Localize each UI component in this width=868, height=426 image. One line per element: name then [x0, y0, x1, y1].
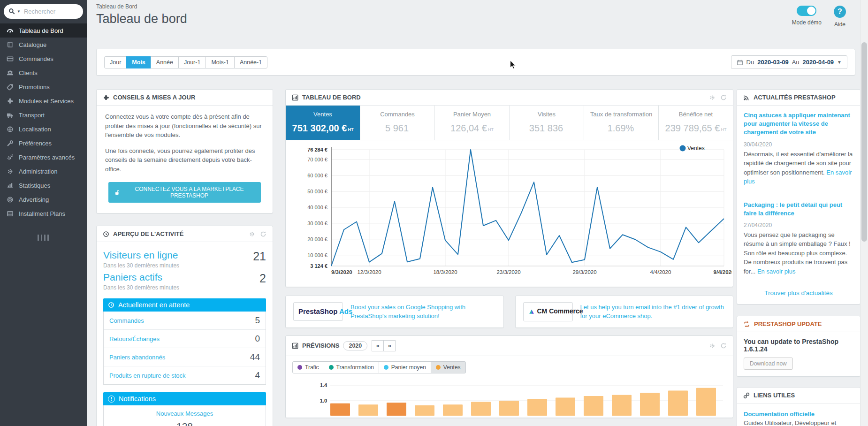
kpi-sales[interactable]: Ventes 751 302,00 €HT: [286, 106, 360, 140]
date-range-picker[interactable]: Du 2020-03-09 Au 2020-04-09 ▼: [731, 55, 847, 69]
search-input[interactable]: [23, 8, 74, 15]
dashboard-panel: TABLEAU DE BORD Ventes 751 302,00 €HT Co…: [285, 89, 733, 287]
out-of-stock-link[interactable]: Produits en rupture de stock: [109, 372, 186, 379]
gear-icon[interactable]: [709, 342, 716, 349]
legend-button-sales[interactable]: Ventes: [431, 361, 466, 373]
abandoned-carts-link[interactable]: Paniers abandonnés: [109, 354, 165, 361]
sidebar-item-customers[interactable]: Clients: [0, 66, 87, 80]
cm-commerce-text[interactable]: Let us help you turn email into the #1 d…: [580, 303, 726, 321]
sidebar-item-label: Promotions: [19, 84, 50, 91]
cm-commerce-banner[interactable]: CM Commerce Let us help you turn email i…: [515, 296, 734, 328]
search-box[interactable]: ▼: [4, 4, 83, 19]
tag-icon: [6, 83, 14, 91]
chart-frame-icon: [292, 342, 298, 349]
advice-paragraph-1: Connectez vous à votre compte dès à prés…: [105, 112, 264, 140]
sales-line-chart: 3 124 €10 000 €20 000 €30 000 €40 000 €5…: [286, 140, 733, 287]
date-from: 2020-03-09: [757, 59, 789, 66]
sidebar-item-label: Catalogue: [19, 41, 46, 48]
read-more-link[interactable]: En savoir plus: [757, 268, 796, 275]
new-messages-link[interactable]: Nouveaux Messages: [107, 410, 262, 417]
useful-links-panel: LIENS UTILES Documentation officielle Gu…: [737, 387, 860, 426]
refresh-icon[interactable]: [260, 231, 266, 237]
sidebar-item-modules[interactable]: Modules et Services: [0, 94, 87, 108]
sidebar-item-orders[interactable]: Commandes: [0, 52, 87, 66]
forecast-prev-button[interactable]: «: [372, 340, 384, 351]
date-prefix: Du: [746, 59, 754, 66]
refresh-icon[interactable]: [720, 342, 727, 349]
gear-icon[interactable]: [249, 231, 255, 237]
rss-icon: [743, 94, 750, 101]
kpi-orders[interactable]: Commandes 5 961: [360, 106, 434, 140]
topbar: Tableau de Bord Tableau de bord Mode dém…: [87, 0, 860, 45]
sidebar-item-stats[interactable]: Statistiques: [0, 178, 87, 192]
svg-text:4/4/2020: 4/4/2020: [650, 269, 671, 275]
more-news-link[interactable]: Trouver plus d'actualités: [737, 282, 860, 304]
cm-commerce-triangle-icon: [528, 308, 535, 314]
sidebar-item-advanced-parameters[interactable]: Paramètres avancés: [0, 150, 87, 164]
sales-dot-icon: [436, 365, 441, 370]
help-icon[interactable]: ?: [834, 6, 846, 18]
news-item: Packaging : le petit détail qui peut fai…: [737, 195, 860, 283]
sidebar-item-shipping[interactable]: Transport: [0, 108, 87, 122]
pending-row: Commandes 5: [104, 312, 266, 330]
kpi-net-profit[interactable]: Bénéfice net 239 789,65 €HT: [658, 106, 733, 140]
gear-icon: [6, 167, 14, 175]
online-visitors-stat: Visiteurs en ligne Dans les 30 dernières…: [103, 250, 266, 269]
news-title-link[interactable]: Packaging : le petit détail qui peut fai…: [744, 201, 853, 218]
forecast-bar-chart: 1.01.4: [286, 375, 733, 418]
sidebar-item-catalogue[interactable]: Catalogue: [0, 38, 87, 52]
search-scope-caret[interactable]: ▼: [17, 9, 21, 14]
sidebar-item-preferences[interactable]: Préférences: [0, 136, 87, 150]
sidebar-item-localization[interactable]: Localisation: [0, 122, 87, 136]
sidebar-item-dashboard[interactable]: Tableau de Bord: [0, 23, 87, 38]
puzzle-icon: [6, 97, 14, 105]
connect-marketplace-button[interactable]: CONNECTEZ VOUS A LA MARKETPLACE PRESTASH…: [108, 182, 261, 203]
demo-mode-toggle[interactable]: [797, 6, 816, 16]
globe-icon: [6, 125, 14, 133]
kpi-conversion-rate[interactable]: Taux de transformation 1.69%: [584, 106, 658, 140]
legend-button-cart-value[interactable]: Panier moyen: [379, 361, 431, 373]
range-button-month-1[interactable]: Mois-1: [206, 56, 235, 68]
range-button-year[interactable]: Année: [151, 56, 179, 68]
online-visitors-link[interactable]: Visiteurs en ligne: [103, 250, 179, 261]
update-loop-icon: [743, 321, 750, 327]
sidebar-item-label: Tableau de Bord: [19, 27, 63, 34]
download-now-button[interactable]: Download now: [744, 358, 793, 370]
kpi-visits[interactable]: Visites 351 836: [509, 106, 584, 140]
sidebar-item-installment-plans[interactable]: Installment Plans: [0, 206, 87, 221]
clock-icon: [103, 231, 109, 237]
left-column: CONSEILS & MISES A JOUR Connectez vous à…: [96, 89, 273, 426]
svg-text:1.0: 1.0: [320, 398, 327, 403]
sidebar-resize-grip[interactable]: [38, 235, 50, 241]
documentation-link[interactable]: Documentation officielle: [744, 411, 853, 418]
svg-text:76 284 €: 76 284 €: [307, 147, 327, 152]
sidebar-item-administration[interactable]: Administration: [0, 164, 87, 178]
pending-row: Produits en rupture de stock 4: [104, 366, 266, 384]
scrollbar-thumb[interactable]: [861, 42, 867, 242]
activity-overview-panel: APERÇU DE L'ACTIVITÉ Visiteurs en ligne …: [96, 226, 273, 426]
prestashop-ads-text[interactable]: Boost your sales on Google Shopping with…: [350, 303, 496, 321]
links-panel-title: LIENS UTILES: [754, 392, 795, 399]
legend-button-traffic[interactable]: Trafic: [292, 361, 324, 373]
svg-text:9/3/2020: 9/3/2020: [331, 269, 352, 275]
scrollbar[interactable]: [860, 0, 868, 426]
active-carts-link[interactable]: Paniers actifs: [103, 272, 179, 283]
legend-button-conversion[interactable]: Transformation: [324, 361, 379, 373]
help-label: Aide: [834, 21, 845, 28]
range-button-year-1[interactable]: Année-1: [234, 56, 267, 68]
forecast-panel-title: PRÉVISIONS: [302, 342, 339, 349]
forecast-next-button[interactable]: »: [383, 340, 396, 351]
range-button-day[interactable]: Jour: [104, 56, 127, 68]
returns-exchanges-link[interactable]: Retours/Échanges: [109, 335, 160, 342]
kpi-cart-value[interactable]: Panier Moyen 126,04 €HT: [434, 106, 509, 140]
news-title-link[interactable]: Cinq astuces à appliquer maintenant pour…: [744, 111, 853, 137]
prestashop-ads-banner[interactable]: PrestaShop Ads Boost your sales on Googl…: [285, 296, 504, 328]
notifications-box: Nouveaux Messages 128: [103, 405, 266, 426]
range-button-month[interactable]: Mois: [126, 56, 151, 68]
refresh-icon[interactable]: [720, 94, 727, 101]
range-button-day-1[interactable]: Jour-1: [178, 56, 206, 68]
sidebar-item-advertising[interactable]: Advertising: [0, 192, 87, 206]
gear-icon[interactable]: [709, 94, 716, 101]
pending-orders-link[interactable]: Commandes: [109, 317, 144, 324]
sidebar-item-promotions[interactable]: Promotions: [0, 80, 87, 94]
